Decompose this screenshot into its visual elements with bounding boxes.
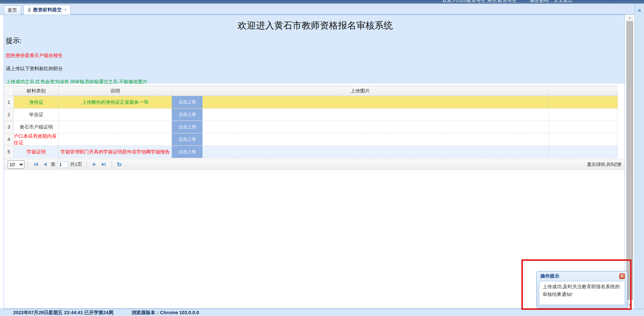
tab-close-icon[interactable]: × [64,7,67,12]
row-number: 5 [4,146,14,158]
scroll-up-icon[interactable]: ▲ [626,15,633,20]
prev-page-button[interactable] [44,163,47,166]
upload-button-row3[interactable]: 点击上传 [172,121,203,133]
tips-heading: 提示: [6,36,625,46]
row-description [59,108,172,121]
tab-home-label: 首页 [8,7,17,14]
tab-home[interactable]: 首页 [4,5,21,15]
separator [28,161,28,168]
header-description: 说明 [59,86,172,96]
tab-material-label: 教资材料提交 [33,7,62,13]
vertical-scrollbar[interactable]: ▲ ▼ [626,15,633,309]
change-password-link[interactable]: 修改密码 [529,0,548,3]
upload-button-row1[interactable]: 点击上传 [172,96,203,108]
row-description [59,133,172,146]
next-page-button[interactable] [93,163,96,166]
row-filler [549,96,618,108]
main-content-panel: 欢迎进入黄石市教师资格报名审核系统 提示: 您的身份是黄石户籍在校生 请上传以下… [4,15,625,309]
row-category: 黄石市户籍证明 [14,121,59,133]
refresh-icon[interactable]: ↻ [117,161,122,168]
popup-header[interactable]: 操作提示 × [537,271,627,281]
row-number: 4 [4,133,14,146]
separator [112,161,112,168]
pagination-bar: 10 第 共1页 ↻ 显示1到5,共5记录 [4,159,625,170]
separator [86,161,87,168]
header-category: 材料类别 [14,86,59,96]
status-color-tip: 上传成功之后,红色会变为绿色 待审核员审核通过之后,不能修改图片 [6,79,625,85]
table-row[interactable]: 2 毕业证 点击上传 [4,108,618,121]
first-page-button[interactable] [34,163,38,166]
header-rownum [4,86,14,96]
row-number: 1 [4,96,14,108]
total-pages-label: 共1页 [70,161,82,168]
top-bar: 欢迎,F2022教资考生 角色:教资考生 修改密码 安全退出 [0,0,644,4]
row-category: 毕业证 [14,108,59,121]
upload-button-row2[interactable]: 点击上传 [172,108,203,121]
materials-table: 材料类别 说明 上传图片 1 身份证 上传横向的身份证正反面各一张 点击上传 2… [4,86,618,158]
row-filler [549,146,618,158]
row-filler [549,108,618,121]
top-bar-user-area: 欢迎,F2022教资考生 角色:教资考生 修改密码 安全退出 [442,0,572,4]
row-category: 学籍证明 [14,146,59,158]
upload-button-row4[interactable]: 点击上传 [172,133,203,145]
row-filler [549,133,618,146]
tab-material-submit[interactable]: 教资材料提交 × [23,5,71,15]
table-row[interactable]: 3 黄石市户籍证明 点击上传 [4,121,618,133]
welcome-text: 欢迎,F2022教资考生 角色:教资考生 [442,0,517,3]
pagination-summary: 显示1到5,共5记录 [587,161,622,168]
table-row[interactable]: 5 学籍证明 学籍管理部门开具的学籍证明原件或学信网学籍报告 点击上传 [4,146,618,158]
row-number: 3 [4,121,14,133]
table-row[interactable]: 4 户口本或有效期内居住证 点击上传 [4,133,618,146]
popup-title: 操作提示 [540,273,619,279]
row-description: 上传横向的身份证正反面各一张 [59,96,172,108]
tips-section: 欢迎进入黄石市教师资格报名审核系统 提示: 您的身份是黄石户籍在校生 请上传以下… [4,15,625,84]
page-prefix-label: 第 [51,161,55,168]
popup-message: 上传成功,及时关注教育部报名系统的审核结果通知! [539,281,625,305]
row-category: 户口本或有效期内居住证 [14,133,59,146]
last-page-button[interactable] [102,163,105,166]
header-filler [549,86,618,96]
popup-dialog: 操作提示 × 上传成功,及时关注教育部报名系统的审核结果通知! [536,271,628,308]
collapse-panel-icon[interactable]: « [635,7,644,14]
row-filler [549,121,618,133]
popup-close-button[interactable]: × [619,273,625,279]
row-number: 2 [4,108,14,121]
datetime-status: 2022年07月29日星期五 23:44:41 已开学第24周 [13,309,113,316]
upload-button-row5[interactable]: 点击上传 [172,146,203,158]
right-collapse-strip: « [635,4,644,309]
row-description [59,121,172,133]
page-number-input[interactable] [57,161,68,168]
table-header-row: 材料类别 说明 上传图片 [4,86,618,96]
header-upload: 上传图片 [172,86,549,96]
logout-link[interactable]: 安全退出 [554,0,572,3]
identity-tip: 您的身份是黄石户籍在校生 [6,52,625,59]
table-row[interactable]: 1 身份证 上传横向的身份证正反面各一张 点击上传 [4,96,618,108]
upload-instruction-tip: 请上传以下资料标红的部分 [6,65,625,72]
page-title: 欢迎进入黄石市教师资格报名审核系统 [6,15,625,31]
status-bar: 2022年07月29日星期五 23:44:41 已开学第24周 浏览器版本：Ch… [0,309,644,316]
scrollbar-thumb[interactable] [626,21,633,300]
row-description: 学籍管理部门开具的学籍证明原件或学信网学籍报告 [59,146,172,158]
page-size-select[interactable]: 10 [8,160,24,169]
row-category: 身份证 [14,96,59,108]
browser-version-status: 浏览器版本：Chrome 103.0.0.0 [132,309,199,316]
tab-bar: 首页 教资材料提交 × [0,4,635,15]
paperclip-icon [27,7,31,13]
